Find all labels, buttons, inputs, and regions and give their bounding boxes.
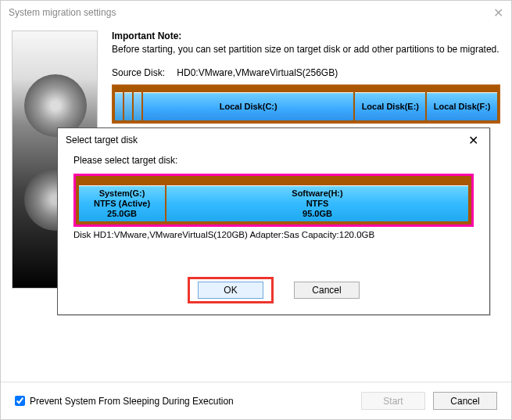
partition-f[interactable]: Local Disk(F:) <box>427 92 497 120</box>
partition-g-size: 25.0GB <box>107 209 137 219</box>
dialog-body: Please select target disk: System(G:) NT… <box>58 152 489 277</box>
ok-highlight: OK <box>188 277 274 303</box>
target-disk-info: Disk HD1:VMware,VMwareVirtualS(120GB) Ad… <box>73 230 474 239</box>
partition-c[interactable]: Local Disk(C:) <box>143 92 353 120</box>
note-heading: Important Note: <box>112 31 500 41</box>
partition-reserved-1 <box>115 92 123 120</box>
partition-e[interactable]: Local Disk(E:) <box>355 92 425 120</box>
partition-h[interactable]: Software(H:) NTFS 95.0GB <box>166 185 468 221</box>
prevent-sleep-checkbox[interactable]: Prevent System From Sleeping During Exec… <box>15 396 234 407</box>
prevent-sleep-label: Prevent System From Sleeping During Exec… <box>30 396 234 407</box>
partition-g-name: System(G:) <box>99 188 145 199</box>
dialog-title-bar: Select target disk ✕ <box>58 128 489 152</box>
cancel-button[interactable]: Cancel <box>433 392 497 410</box>
dialog-title: Select target disk <box>66 135 138 145</box>
partition-h-size: 95.0GB <box>303 209 332 219</box>
source-label: Source Disk: <box>112 67 174 78</box>
start-button: Start <box>361 392 425 410</box>
main-window: System migration settings ✕ Important No… <box>0 0 512 420</box>
footer: Prevent System From Sleeping During Exec… <box>1 382 511 419</box>
partition-reserved-2 <box>124 92 132 120</box>
partition-h-fs: NTFS <box>306 199 329 209</box>
partition-h-name: Software(H:) <box>292 188 342 199</box>
note-text: Before starting, you can set partition s… <box>112 43 500 56</box>
dialog-close-icon[interactable]: ✕ <box>465 133 482 148</box>
title-bar: System migration settings ✕ <box>1 1 511 24</box>
select-target-dialog: Select target disk ✕ Please select targe… <box>57 127 490 315</box>
prevent-sleep-input[interactable] <box>15 396 25 406</box>
ok-button[interactable]: OK <box>198 282 263 299</box>
dialog-prompt: Please select target disk: <box>73 155 474 166</box>
close-icon[interactable]: ✕ <box>493 5 503 20</box>
source-disk-bar[interactable]: Local Disk(C:) Local Disk(E:) Local Disk… <box>112 84 500 124</box>
partition-g[interactable]: System(G:) NTFS (Active) 25.0GB <box>79 185 165 221</box>
dialog-buttons: OK Cancel <box>58 277 489 314</box>
source-row: Source Disk: HD0:VMware,VMwareVirtualS(2… <box>112 67 500 78</box>
window-title: System migration settings <box>9 7 116 18</box>
dialog-cancel-button[interactable]: Cancel <box>294 282 360 299</box>
source-disk-value: HD0:VMware,VMwareVirtualS(256GB) <box>177 67 338 78</box>
target-disk-highlight: System(G:) NTFS (Active) 25.0GB Software… <box>73 174 474 227</box>
target-disk-bar[interactable]: System(G:) NTFS (Active) 25.0GB Software… <box>76 176 471 224</box>
partition-reserved-3 <box>134 92 141 120</box>
partition-g-fs: NTFS (Active) <box>94 199 150 209</box>
